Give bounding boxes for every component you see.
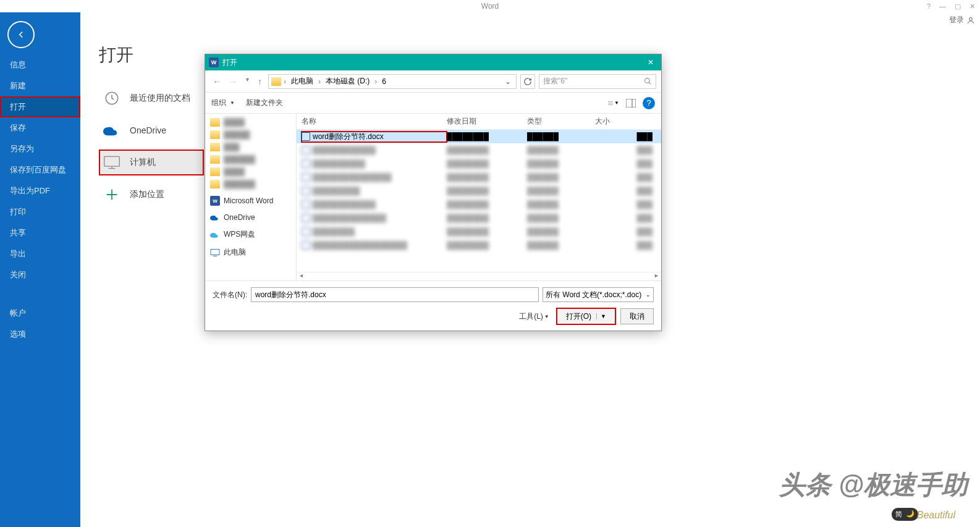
search-input[interactable]: 搜索"6": [539, 74, 656, 89]
breadcrumb-dropdown-icon[interactable]: ⌄: [502, 77, 513, 86]
tree-item-thispc[interactable]: 此电脑: [205, 245, 296, 259]
cancel-button[interactable]: 取消: [620, 308, 654, 324]
dialog-title: 打开: [222, 57, 237, 68]
open-button[interactable]: 打开(O)▼: [557, 308, 615, 324]
tree-item[interactable]: ████: [205, 116, 296, 129]
svg-rect-4: [626, 99, 636, 108]
breadcrumb-item[interactable]: 6: [379, 77, 389, 86]
preview-pane-icon[interactable]: [625, 98, 636, 109]
tools-button[interactable]: 工具(L)▼: [519, 311, 549, 322]
watermark-text: 头条 @极速手助: [779, 468, 968, 502]
sidebar-item-new[interactable]: 新建: [0, 75, 80, 96]
place-label: 计算机: [130, 157, 156, 168]
tree-item[interactable]: ████: [205, 166, 296, 178]
tree-item-wps[interactable]: WPS网盘: [205, 227, 296, 242]
file-row[interactable]: █████████████████████████████: [297, 198, 661, 211]
breadcrumb[interactable]: › 此电脑 › 本地磁盘 (D:) › 6 ⌄: [268, 74, 517, 89]
sidebar-item-info[interactable]: 信息: [0, 54, 80, 75]
place-onedrive[interactable]: OneDrive: [99, 117, 204, 143]
newfolder-button[interactable]: 新建文件夹: [246, 98, 283, 108]
place-recent[interactable]: 最近使用的文档: [99, 85, 204, 111]
restore-icon[interactable]: ▢: [955, 2, 961, 11]
dialog-toolbar: 组织▼ 新建文件夹 ▼ ?: [205, 93, 661, 114]
tree-item[interactable]: ██████: [205, 153, 296, 166]
sidebar-item-open[interactable]: 打开: [0, 96, 80, 117]
file-row[interactable]: ███████████████████████████████: [297, 211, 661, 225]
breadcrumb-item[interactable]: 此电脑: [289, 76, 316, 86]
search-placeholder: 搜索"6": [543, 76, 644, 86]
tree-item[interactable]: ███: [205, 141, 296, 153]
file-row[interactable]: ██████████████████████████: [297, 184, 661, 198]
refresh-button[interactable]: [520, 74, 535, 89]
window-controls: ? — ▢ ✕: [927, 2, 975, 11]
clock-icon: [103, 89, 121, 108]
tree-item[interactable]: █████: [205, 129, 296, 141]
help-button[interactable]: ?: [643, 97, 655, 109]
file-open-dialog: W 打开 ✕ ← → ▼ ↑ › 此电脑 › 本地磁盘 (D:) › 6 ⌄ 搜…: [205, 54, 662, 331]
nav-up-button[interactable]: ↑: [255, 75, 264, 88]
sidebar-item-save[interactable]: 保存: [0, 117, 80, 138]
dialog-close-button[interactable]: ✕: [644, 57, 657, 68]
sidebar-item-saveas[interactable]: 另存为: [0, 138, 80, 159]
place-computer[interactable]: 计算机: [99, 150, 204, 175]
app-titlebar: Word ? — ▢ ✕: [0, 0, 980, 12]
file-row[interactable]: █████████████████████████: [297, 225, 661, 238]
nav-dropdown-button[interactable]: ▼: [242, 75, 253, 88]
organize-button[interactable]: 组织▼: [211, 98, 235, 108]
place-label: OneDrive: [130, 125, 166, 135]
place-label: 最近使用的文档: [130, 93, 190, 104]
nav-back-button[interactable]: ←: [210, 75, 224, 88]
file-row[interactable]: ███████████████████████████████████: [297, 238, 661, 252]
sidebar-item-share[interactable]: 共享: [0, 222, 80, 243]
filename-label: 文件名(N):: [213, 290, 247, 300]
file-row[interactable]: word删除分节符.docx █████████████████: [297, 130, 661, 143]
place-label: 添加位置: [130, 189, 164, 200]
folder-tree[interactable]: ████ █████ ███ ██████ ████ ██████ WMicro…: [205, 114, 297, 280]
file-row[interactable]: ████████████████████████████████: [297, 171, 661, 184]
svg-rect-2: [104, 156, 120, 166]
col-size[interactable]: 大小: [595, 116, 656, 127]
minimize-icon[interactable]: —: [939, 2, 946, 10]
tree-item-onedrive[interactable]: OneDrive: [205, 211, 296, 224]
svg-point-0: [969, 17, 973, 20]
sidebar-item-account[interactable]: 帐户: [0, 303, 80, 324]
file-list-header: 名称 修改日期 类型 大小: [297, 114, 661, 130]
docx-icon: [302, 132, 310, 141]
place-add[interactable]: 添加位置: [99, 182, 204, 208]
col-name[interactable]: 名称: [302, 116, 447, 127]
tree-item-word[interactable]: WMicrosoft Word: [205, 194, 296, 208]
file-row[interactable]: ███████████████████████████: [297, 157, 661, 171]
sidebar-item-baidu[interactable]: 保存到百度网盘: [0, 159, 80, 180]
search-icon: [644, 77, 652, 85]
sidebar-item-export[interactable]: 导出: [0, 243, 80, 264]
dialog-nav: ← → ▼ ↑ › 此电脑 › 本地磁盘 (D:) › 6 ⌄ 搜索"6": [205, 70, 661, 93]
file-list[interactable]: 名称 修改日期 类型 大小 word删除分节符.docx ███████████…: [297, 114, 661, 280]
app-title: Word: [481, 2, 499, 11]
sidebar-item-pdf[interactable]: 导出为PDF: [0, 180, 80, 201]
col-type[interactable]: 类型: [527, 116, 595, 127]
sidebar-item-options[interactable]: 选项: [0, 324, 80, 345]
backstage-sidebar: 信息 新建 打开 保存 另存为 保存到百度网盘 导出为PDF 打印 共享 导出 …: [0, 12, 80, 527]
close-icon[interactable]: ✕: [969, 2, 975, 11]
filetype-select[interactable]: 所有 Word 文档(*.docx;*.doc)⌄: [543, 287, 654, 302]
tree-item[interactable]: ██████: [205, 178, 296, 190]
back-button[interactable]: [7, 21, 35, 48]
theme-switcher[interactable]: 简🌙: [892, 508, 918, 521]
login-link[interactable]: 登录: [949, 15, 975, 25]
help-icon[interactable]: ?: [927, 2, 931, 10]
open-dropdown-icon[interactable]: ▼: [596, 313, 606, 319]
col-date[interactable]: 修改日期: [447, 116, 527, 127]
breadcrumb-item[interactable]: 本地磁盘 (D:): [323, 76, 372, 86]
dialog-titlebar: W 打开 ✕: [205, 54, 661, 70]
sidebar-item-close[interactable]: 关闭: [0, 264, 80, 285]
file-name: word删除分节符.docx: [313, 132, 384, 142]
nav-forward-button[interactable]: →: [226, 75, 240, 88]
sidebar-item-print[interactable]: 打印: [0, 201, 80, 222]
svg-rect-5: [211, 249, 219, 255]
filename-input[interactable]: [251, 287, 539, 302]
view-list-icon[interactable]: ▼: [608, 98, 619, 109]
horizontal-scrollbar[interactable]: [297, 272, 661, 280]
cloud-icon: [210, 231, 220, 238]
onedrive-icon: [103, 121, 121, 140]
file-row[interactable]: █████████████████████████████: [297, 143, 661, 157]
